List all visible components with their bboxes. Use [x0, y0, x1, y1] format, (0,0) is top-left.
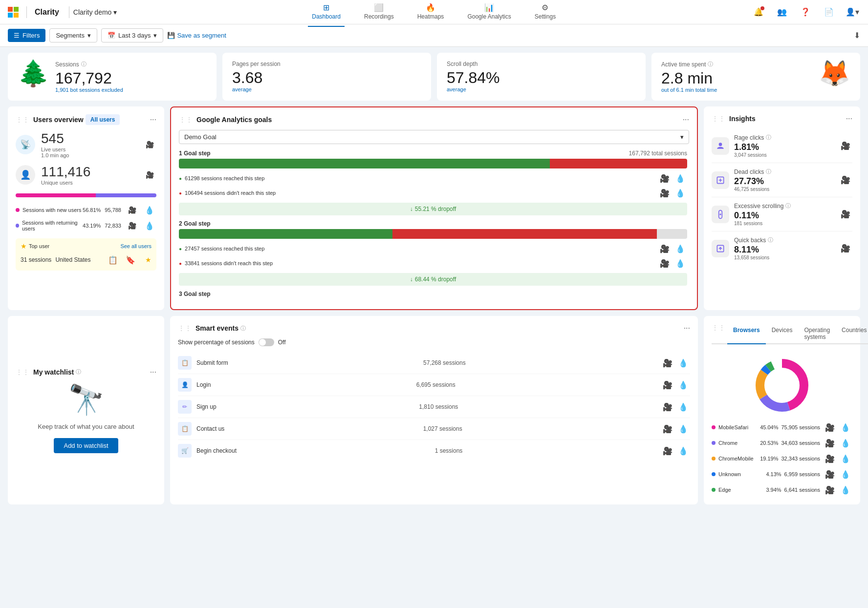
share-button[interactable]: 👥 — [774, 4, 790, 20]
ga-goals-more-button[interactable]: ··· — [683, 115, 689, 124]
step1-reached-drop-btn[interactable]: 💧 — [673, 171, 687, 185]
unique-users-recording-button[interactable]: 🎥 — [143, 168, 156, 182]
nav-settings[interactable]: ⚙ Settings — [531, 0, 560, 27]
step2-not-reached-drop-btn[interactable]: 💧 — [673, 256, 687, 270]
segments-button[interactable]: Segments ▾ — [49, 28, 97, 42]
signup-drop-btn[interactable]: 💧 — [676, 400, 690, 414]
date-range-button[interactable]: 📅 Last 3 days ▾ — [101, 28, 164, 42]
active-time-info-icon[interactable]: ⓘ — [708, 61, 713, 68]
add-to-watchlist-button[interactable]: Add to watchlist — [54, 438, 118, 453]
unknown-stats: 4.13% 6,959 sessions 🎥 💧 — [766, 467, 852, 481]
download-button[interactable]: ⬇ — [854, 31, 860, 40]
step2-reached-cam-btn[interactable]: 🎥 — [658, 242, 672, 255]
step1-not-reached-cam-btn[interactable]: 🎥 — [658, 186, 672, 200]
submit-form-drop-btn[interactable]: 💧 — [676, 356, 690, 370]
insights-more-button[interactable]: ··· — [846, 114, 852, 123]
project-selector[interactable]: Clarity demo ▾ — [73, 8, 117, 16]
watchlist-more-button[interactable]: ··· — [150, 368, 156, 377]
signup-name: Sign up — [196, 403, 217, 410]
step2-not-reached-cam-btn[interactable]: 🎥 — [658, 256, 672, 270]
nav-dashboard[interactable]: ⊞ Dashboard — [308, 0, 345, 27]
live-users-recording-button[interactable]: 🎥 — [143, 138, 156, 151]
goals-scroll-area[interactable]: 1 Goal step 167,792 total sessions ● 612… — [179, 150, 689, 301]
signup-cam-btn[interactable]: 🎥 — [661, 400, 674, 414]
notes-button[interactable]: 📄 — [821, 4, 837, 20]
watchlist-info-icon[interactable]: ⓘ — [76, 368, 81, 376]
mobile-safari-drop-btn[interactable]: 💧 — [839, 420, 852, 434]
mobile-safari-cam-btn[interactable]: 🎥 — [823, 420, 837, 434]
smart-events-info-icon[interactable]: ⓘ — [240, 325, 246, 332]
kpi-row: 🌲 Sessions ⓘ 167,792 1,901 bot sessions … — [8, 53, 860, 101]
users-overview-title: Users overview — [33, 116, 84, 124]
tab-operating-systems[interactable]: Operating systems — [798, 324, 836, 344]
step1-not-reached-drop-btn[interactable]: 💧 — [673, 186, 687, 200]
tab-devices[interactable]: Devices — [766, 324, 799, 344]
pages-per-session-kpi-card: Pages per session 3.68 average — [222, 53, 431, 101]
step1-reached-cam-btn[interactable]: 🎥 — [658, 171, 672, 185]
users-overview-more-button[interactable]: ··· — [150, 115, 156, 124]
nav-recordings[interactable]: ⬜ Recordings — [360, 0, 398, 27]
smart-events-more-button[interactable]: ··· — [684, 324, 690, 333]
new-users-filter-btn[interactable]: 💧 — [143, 203, 156, 217]
contact-us-cam-btn[interactable]: 🎥 — [661, 422, 674, 436]
top-user-notes-btn[interactable]: 📋 — [106, 253, 120, 267]
unknown-drop-btn[interactable]: 💧 — [839, 467, 852, 481]
login-drop-btn[interactable]: 💧 — [676, 378, 690, 392]
users-overview-tabs: All users — [86, 114, 120, 125]
goal-step-1-not-reached-left: ● 106494 sessions didn't reach this step — [179, 190, 276, 196]
chrome-drop-btn[interactable]: 💧 — [839, 436, 852, 450]
edge-cam-btn[interactable]: 🎥 — [823, 483, 837, 497]
red-dot-2-icon: ● — [179, 261, 182, 266]
users-overview-card: ⋮⋮ Users overview All users ··· 📡 545 Li… — [8, 106, 164, 310]
login-cam-btn[interactable]: 🎥 — [661, 378, 674, 392]
bottom-grid: ⋮⋮ My watchlist ⓘ ··· 🔭 Keep track of wh… — [8, 316, 860, 504]
chrome-mobile-cam-btn[interactable]: 🎥 — [823, 452, 837, 465]
dead-clicks-info-icon[interactable]: ⓘ — [766, 168, 771, 175]
main-nav: ⊞ Dashboard ⬜ Recordings 🔥 Heatmaps 📊 Go… — [117, 0, 751, 27]
see-all-users-button[interactable]: See all users — [120, 243, 152, 249]
new-users-legend-label: Sessions with new users — [22, 207, 81, 213]
browser-chrome: Chrome 20.53% 34,603 sessions 🎥 💧 — [712, 436, 852, 450]
quick-backs-recording-btn[interactable]: 🎥 — [839, 242, 852, 255]
percentage-toggle[interactable] — [259, 338, 274, 346]
dead-clicks-recording-btn[interactable]: 🎥 — [839, 173, 852, 187]
contact-us-name: Contact us — [196, 425, 224, 432]
unknown-cam-btn[interactable]: 🎥 — [823, 467, 837, 481]
edge-drop-btn[interactable]: 💧 — [839, 483, 852, 497]
ret-users-recording-btn[interactable]: 🎥 — [125, 219, 139, 232]
excessive-scrolling-recording-btn[interactable]: 🎥 — [839, 208, 852, 221]
quick-backs-title: Quick backs ⓘ — [734, 236, 773, 244]
excessive-scrolling-info-icon[interactable]: ⓘ — [785, 202, 791, 210]
top-user-filter-btn[interactable]: 🔖 — [124, 253, 137, 267]
sessions-info-icon[interactable]: ⓘ — [81, 61, 87, 68]
rage-clicks-recording-btn[interactable]: 🎥 — [839, 139, 852, 153]
top-user-header: ★ Top user See all users — [21, 242, 152, 250]
tab-countries[interactable]: Countries — [836, 324, 868, 344]
filters-button[interactable]: ☰ Filters — [8, 29, 45, 42]
save-segment-button[interactable]: 💾 Save as segment — [167, 32, 226, 39]
quick-backs-info-icon[interactable]: ⓘ — [768, 236, 773, 244]
chrome-mobile-drop-btn[interactable]: 💧 — [839, 452, 852, 465]
help-button[interactable]: ❓ — [798, 4, 813, 20]
rage-clicks-info-icon[interactable]: ⓘ — [766, 134, 771, 141]
step2-reached-drop-btn[interactable]: 💧 — [673, 242, 687, 255]
nav-heatmaps[interactable]: 🔥 Heatmaps — [413, 0, 448, 27]
goal-step-1-header: 1 Goal step 167,792 total sessions — [179, 150, 687, 157]
new-users-recording-btn[interactable]: 🎥 — [125, 203, 139, 217]
tab-browsers[interactable]: Browsers — [727, 324, 766, 344]
begin-checkout-cam-btn[interactable]: 🎥 — [661, 444, 674, 458]
header-divider — [26, 6, 27, 18]
submit-form-cam-btn[interactable]: 🎥 — [661, 356, 674, 370]
tab-all-users[interactable]: All users — [86, 114, 120, 125]
notifications-button[interactable]: 🔔 — [751, 4, 766, 20]
active-time-sub: out of 6.1 min total time — [661, 87, 813, 93]
contact-us-drop-btn[interactable]: 💧 — [676, 422, 690, 436]
nav-google-analytics[interactable]: 📊 Google Analytics — [463, 0, 515, 27]
ret-users-filter-btn[interactable]: 💧 — [143, 219, 156, 232]
login-sessions: 6,695 sessions — [416, 381, 456, 388]
begin-checkout-drop-btn[interactable]: 💧 — [676, 444, 690, 458]
goal-dropdown[interactable]: Demo Goal ▾ — [179, 130, 689, 144]
chrome-cam-btn[interactable]: 🎥 — [823, 436, 837, 450]
user-menu-button[interactable]: 👤▾ — [845, 4, 860, 20]
goal-step-3: 3 Goal step — [179, 291, 687, 297]
